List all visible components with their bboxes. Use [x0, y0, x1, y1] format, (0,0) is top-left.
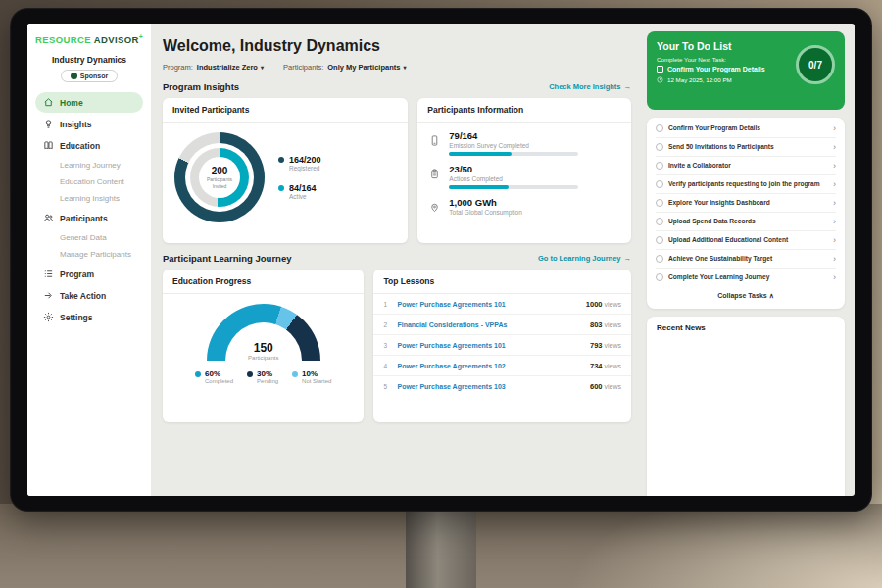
legend-dot	[292, 371, 298, 377]
participants-filter-value: Only My Participants	[327, 63, 400, 72]
sidebar-item-label: Take Action	[60, 291, 106, 301]
task-label: Confirm Your Program Details	[668, 124, 828, 133]
lesson-link[interactable]: Power Purchase Agreements 102	[397, 363, 584, 369]
check-more-insights-link[interactable]: Check More Insights →	[549, 82, 631, 91]
info-label: Total Global Consumption	[449, 209, 521, 216]
sidebar-item-insights[interactable]: Insights	[35, 114, 143, 134]
insights-cards-row: Invited Participants 200 Participants In…	[163, 98, 631, 243]
lesson-row[interactable]: 4 Power Purchase Agreements 102 734 view…	[373, 356, 631, 376]
lesson-link[interactable]: Power Purchase Agreements 101	[397, 301, 579, 308]
sponsor-badge[interactable]: Sponsor	[61, 70, 118, 82]
lesson-link[interactable]: Power Purchase Agreements 103	[397, 383, 584, 390]
arrow-action-icon	[43, 290, 54, 301]
legend-item-registered: 164/200 Registered	[278, 155, 321, 172]
task-item[interactable]: Upload Spend Data Records ›	[656, 213, 836, 231]
task-checkbox[interactable]	[656, 273, 663, 281]
lesson-views: 734 views	[590, 362, 621, 370]
lesson-row[interactable]: 5 Power Purchase Agreements 103 600 view…	[373, 376, 631, 396]
info-label: Emission Survey Completed	[449, 142, 578, 149]
card-title: Invited Participants	[163, 98, 408, 122]
page-title: Welcome, Industry Dynamics	[163, 37, 631, 55]
task-checkbox[interactable]	[656, 124, 663, 132]
checkbox-icon[interactable]	[657, 66, 663, 73]
sidebar-item-home[interactable]: Home	[35, 92, 143, 113]
lesson-rank: 2	[383, 321, 391, 328]
legend-dot	[247, 371, 253, 377]
task-checkbox[interactable]	[656, 236, 663, 244]
lesson-link[interactable]: Power Purchase Agreements 101	[397, 342, 584, 349]
sponsor-icon	[71, 73, 77, 79]
task-item[interactable]: Send 50 Invitations to Participants ›	[656, 138, 836, 157]
task-checkbox[interactable]	[656, 180, 663, 188]
filters-bar: Program: Industrialize Zero ▾ Participan…	[163, 63, 631, 72]
recent-news-heading: Recent News	[657, 323, 835, 332]
sidebar-item-label: Insights	[60, 120, 92, 129]
lesson-row[interactable]: 3 Power Purchase Agreements 101 793 view…	[373, 335, 631, 356]
chevron-up-icon: ∧	[769, 292, 774, 299]
arrow-right-icon: →	[624, 82, 632, 91]
info-label: Actions Completed	[449, 175, 578, 182]
lesson-row[interactable]: 1 Power Purchase Agreements 101 1000 vie…	[373, 294, 631, 315]
task-checkbox[interactable]	[656, 255, 663, 263]
task-label: Send 50 Invitations to Participants	[668, 143, 828, 152]
sidebar-item-manage-participants[interactable]: Manage Participants	[35, 246, 143, 263]
sidebar-item-label: Program	[60, 270, 94, 279]
legend-item-pending: 30% Pending	[247, 369, 278, 384]
lesson-link[interactable]: Financial Considerations - VPPAs	[397, 321, 584, 328]
lesson-row[interactable]: 2 Financial Considerations - VPPAs 803 v…	[373, 315, 631, 335]
participants-filter-dropdown[interactable]: Only My Participants ▾	[327, 63, 406, 72]
sidebar-item-learning-insights[interactable]: Learning Insights	[35, 190, 143, 207]
todo-panel: Your To Do List Complete Your Next Task:…	[643, 24, 855, 496]
sidebar-item-label: Manage Participants	[60, 250, 131, 259]
task-label: Explore Your Insights Dashboard	[668, 199, 828, 208]
chevron-right-icon: ›	[833, 162, 836, 171]
task-item[interactable]: Complete Your Learning Journey ›	[656, 269, 836, 286]
program-filter-dropdown[interactable]: Industrialize Zero ▾	[197, 63, 264, 72]
task-item[interactable]: Upload Additional Educational Content ›	[656, 231, 836, 250]
sidebar-item-general-data[interactable]: General Data	[35, 229, 143, 246]
program-insights-heading: Program Insights	[163, 81, 239, 92]
app-logo: RESOURCE ADVISOR+	[35, 33, 143, 45]
lesson-views: 600 views	[590, 382, 621, 391]
task-checkbox[interactable]	[656, 143, 663, 151]
task-checkbox[interactable]	[656, 218, 663, 225]
task-checkbox[interactable]	[656, 199, 663, 207]
sidebar-item-settings[interactable]: Settings	[35, 307, 143, 327]
lesson-rank: 5	[383, 383, 391, 390]
sidebar-item-label: Education Content	[60, 177, 124, 186]
learning-journey-section: Participant Learning Journey Go to Learn…	[163, 253, 631, 264]
task-item[interactable]: Achieve One Sustainability Target ›	[656, 250, 836, 269]
donut: 200 Participants Invited	[174, 132, 265, 222]
chevron-right-icon: ›	[833, 255, 836, 264]
card-title: Education Progress	[163, 270, 364, 294]
legend-value: 164/200	[289, 155, 321, 165]
participants-filter-label: Participants:	[283, 63, 323, 72]
todo-next-label: Confirm Your Program Details	[667, 66, 765, 73]
info-row-actions: 23/50 Actions Completed	[429, 164, 619, 189]
sidebar-item-education-content[interactable]: Education Content	[35, 173, 143, 190]
donut-legend: 164/200 Registered 84/164 Active	[278, 155, 321, 200]
task-checkbox[interactable]	[656, 162, 663, 170]
task-item[interactable]: Verify participants requesting to join t…	[656, 175, 836, 194]
card-title: Top Lessons	[373, 270, 631, 294]
sidebar-item-participants[interactable]: Participants	[35, 208, 143, 228]
legend-label: Active	[289, 193, 317, 200]
legend-value: 60%	[205, 369, 233, 378]
logo-plus: +	[139, 33, 144, 40]
tasks-list: Confirm Your Program Details › Send 50 I…	[647, 118, 845, 309]
task-label: Upload Additional Educational Content	[668, 236, 828, 245]
task-item[interactable]: Invite a Collaborator ›	[656, 157, 836, 175]
sidebar-item-program[interactable]: Program	[35, 264, 143, 284]
task-item[interactable]: Confirm Your Program Details ›	[656, 120, 836, 138]
sidebar-item-learning-journey[interactable]: Learning Journey	[35, 157, 143, 173]
main-content: Welcome, Industry Dynamics Program: Indu…	[151, 24, 643, 496]
legend-dot	[195, 371, 201, 377]
collapse-tasks-link[interactable]: Collapse Tasks ∧	[656, 286, 836, 307]
legend-item-not-started: 10% Not Started	[292, 369, 331, 384]
journey-cards-row: Education Progress 150 Participants	[163, 270, 631, 422]
sidebar-item-education[interactable]: Education	[35, 135, 143, 156]
go-to-learning-journey-link[interactable]: Go to Learning Journey →	[538, 254, 631, 263]
sidebar-item-take-action[interactable]: Take Action	[35, 285, 143, 306]
info-value: 23/50	[449, 164, 578, 174]
task-item[interactable]: Explore Your Insights Dashboard ›	[656, 194, 836, 213]
